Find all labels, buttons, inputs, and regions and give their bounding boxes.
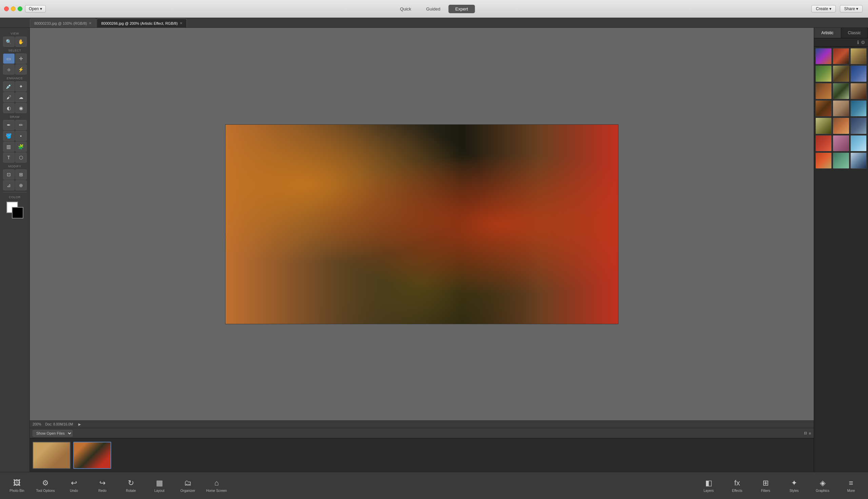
lasso-tool-button[interactable]: ⌾: [3, 64, 15, 74]
filter-thumb-8[interactable]: [833, 83, 849, 99]
tool-options-button[interactable]: ⚙ Tool Options: [35, 479, 56, 492]
scroll-arrow[interactable]: ▶: [78, 423, 81, 426]
filter-thumb-5[interactable]: [833, 65, 849, 82]
layers-button[interactable]: ◧ Layers: [699, 479, 719, 492]
filter-thumb-16[interactable]: [816, 135, 832, 151]
filter-thumb-11[interactable]: [833, 100, 849, 117]
smudge-tool-button[interactable]: ☁: [15, 92, 27, 102]
photo-bin-button[interactable]: 🖼 Photo Bin: [7, 479, 27, 492]
eyedropper-button[interactable]: 💉: [3, 81, 15, 92]
pen-tool-button[interactable]: ✒: [3, 120, 15, 130]
settings-icon[interactable]: ⚙: [861, 40, 865, 45]
filter-thumb-7[interactable]: [816, 83, 832, 99]
canvas-container[interactable]: [30, 28, 814, 421]
filter-thumb-14[interactable]: [833, 118, 849, 134]
color-swatches[interactable]: [7, 202, 23, 219]
filter-thumb-20[interactable]: [833, 153, 849, 169]
gradient-tool-button[interactable]: ▥: [3, 142, 15, 152]
filter-thumb-18[interactable]: [851, 135, 867, 151]
filter-thumb-2[interactable]: [833, 48, 849, 64]
home-screen-label: Home Screen: [206, 489, 227, 492]
filters-button[interactable]: ⊞ Filters: [756, 479, 776, 492]
share-button[interactable]: Share ▾: [840, 5, 863, 13]
list-view-icon[interactable]: ≡: [809, 431, 811, 435]
zoom-tool-button[interactable]: 🔍: [3, 37, 15, 47]
filter-thumb-21[interactable]: [851, 153, 867, 169]
paint-bucket-button[interactable]: 🪣: [3, 131, 15, 141]
home-screen-button[interactable]: ⌂ Home Screen: [206, 479, 227, 492]
minimize-button[interactable]: [11, 7, 15, 11]
filter-thumb-10[interactable]: [816, 100, 832, 117]
artistic-tab[interactable]: Artistic: [814, 28, 841, 38]
tab-2-close-icon[interactable]: ✕: [180, 21, 182, 25]
grid-view-icon[interactable]: ⊟: [804, 431, 807, 435]
organizer-button[interactable]: 🗂 Organizer: [178, 479, 198, 492]
crop-tool-button[interactable]: ⊡: [3, 169, 15, 180]
main-layout: VIEW 🔍 ✋ SELECT ▭ ✛ ⌾ ⚡ ENHANCE 💉 ✦ 🖌 ☁ …: [0, 28, 868, 472]
burn-tool-button[interactable]: ◉: [15, 103, 27, 113]
shape-tool-button[interactable]: ▪: [15, 131, 27, 141]
canvas-image-inner: [225, 125, 618, 324]
brush-draw-button[interactable]: ✏: [15, 120, 27, 130]
dodge-tool-button[interactable]: ◐: [3, 103, 15, 113]
layers-icon: ◧: [705, 479, 712, 487]
filter-thumb-19[interactable]: [816, 153, 832, 169]
right-panel-tabs: Artistic Classic: [814, 28, 868, 38]
filter-thumb-15[interactable]: [851, 118, 867, 134]
maximize-button[interactable]: [17, 7, 22, 11]
draw-tools-row4: T ⬡: [3, 153, 27, 162]
rotate-button[interactable]: ↻ Rotate: [121, 479, 141, 492]
classic-tab[interactable]: Classic: [841, 28, 868, 38]
close-button[interactable]: [4, 7, 9, 11]
filter-thumb-12[interactable]: [851, 100, 867, 117]
styles-button[interactable]: ✦ Styles: [784, 479, 804, 492]
tab-1[interactable]: 80000233.jpg @ 100% (RGB/8) ✕: [30, 19, 96, 27]
undo-button[interactable]: ↩ Undo: [64, 479, 84, 492]
open-button[interactable]: Open ▾: [25, 5, 46, 13]
straighten-button[interactable]: ⊿: [3, 180, 15, 191]
doc-info: Doc: 8.00M/16.0M: [45, 423, 73, 426]
draw-tools-row1: ✒ ✏: [3, 120, 27, 130]
color-replace-button[interactable]: ⊕: [15, 180, 27, 191]
hand-tool-button[interactable]: ✋: [15, 37, 27, 47]
layout-button[interactable]: ▦ Layout: [149, 479, 169, 492]
filter-thumb-1[interactable]: [816, 48, 832, 64]
photo-thumb-2[interactable]: [73, 442, 111, 469]
show-open-files-select[interactable]: Show Open Files: [33, 430, 73, 437]
text-tool-button[interactable]: T: [3, 153, 15, 162]
filter-thumb-4[interactable]: [816, 65, 832, 82]
filter-thumb-6[interactable]: [851, 65, 867, 82]
info-icon[interactable]: ℹ: [857, 40, 859, 45]
spot-healing-button[interactable]: ✦: [15, 81, 27, 92]
quick-mode-button[interactable]: Quick: [393, 5, 418, 13]
more-button[interactable]: ≡ More: [841, 479, 861, 492]
guided-mode-button[interactable]: Guided: [419, 5, 447, 13]
background-color[interactable]: [12, 207, 23, 219]
custom-shape-button[interactable]: ⬡: [15, 153, 27, 162]
photo-bin-label: Photo Bin: [10, 489, 24, 492]
magic-wand-button[interactable]: ⚡: [15, 64, 27, 74]
create-button[interactable]: Create ▾: [811, 5, 835, 13]
photo-thumb-1[interactable]: [33, 442, 71, 469]
color-divider: [3, 192, 27, 192]
puzzle-button[interactable]: 🧩: [15, 142, 27, 152]
graphics-button[interactable]: ◈ Graphics: [812, 479, 833, 492]
expert-mode-button[interactable]: Expert: [449, 5, 475, 13]
filter-thumb-13[interactable]: [816, 118, 832, 134]
view-section-label: VIEW: [1, 32, 28, 35]
brush-tool-button[interactable]: 🖌: [3, 92, 15, 102]
filter-thumb-17[interactable]: [833, 135, 849, 151]
title-bar-actions: Create ▾ Share ▾: [811, 5, 863, 13]
tab-2[interactable]: 80000266.jpg @ 200% (Artistic Effect, RG…: [97, 19, 187, 27]
redo-button[interactable]: ↪ Redo: [92, 479, 112, 492]
move-tool-button[interactable]: ✛: [15, 53, 27, 64]
recompose-button[interactable]: ⊞: [15, 169, 27, 180]
effects-button[interactable]: fx Effects: [727, 479, 747, 492]
photo-bin-icon: 🖼: [13, 479, 21, 487]
styles-label: Styles: [789, 489, 798, 492]
enhance-tools-row2: 🖌 ☁: [3, 92, 27, 102]
marquee-tool-button[interactable]: ▭: [3, 53, 15, 64]
tab-1-close-icon[interactable]: ✕: [89, 21, 92, 25]
filter-thumb-3[interactable]: [851, 48, 867, 64]
filter-thumb-9[interactable]: [851, 83, 867, 99]
